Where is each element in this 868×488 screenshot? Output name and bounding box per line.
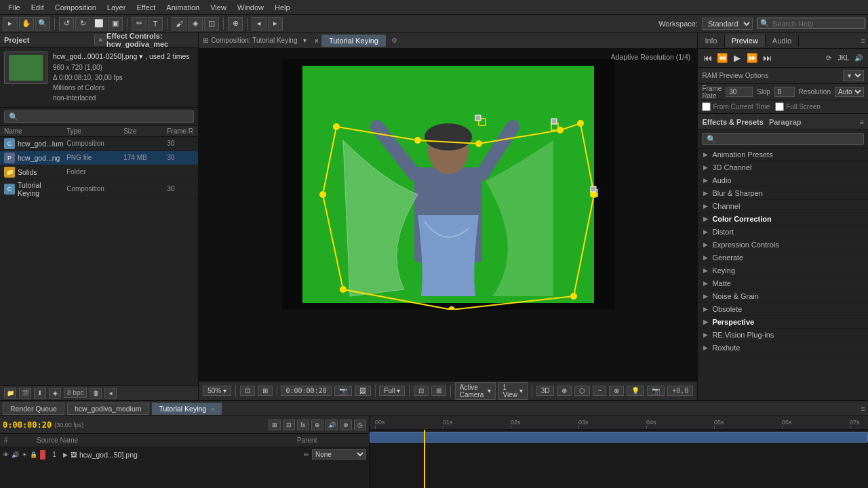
select-tool[interactable]: ▸	[3, 17, 18, 30]
layer-visibility[interactable]: 👁	[3, 451, 9, 458]
list-item[interactable]: 📁 Solids Folder	[0, 165, 198, 180]
pen-tool[interactable]: ✏	[132, 17, 146, 30]
view-mode-select[interactable]: 1 View ▾	[498, 382, 528, 400]
import-btn[interactable]: ⬇	[34, 388, 46, 399]
toggle-btn[interactable]: ⊡	[414, 386, 429, 396]
menu-layer[interactable]: Layer	[102, 2, 132, 13]
tl-tab-tutorial[interactable]: Tutorial Keying ×	[152, 403, 222, 415]
tl-btn-2[interactable]: ⊡	[283, 420, 295, 430]
list-item[interactable]: ▶ RE:Vision Plug-ins	[698, 329, 868, 342]
right-panel-menu[interactable]: ≡	[859, 37, 868, 45]
mask-btn[interactable]: ⬡	[574, 386, 590, 396]
stamp-tool[interactable]: ◈	[188, 17, 203, 30]
ram-preview-select[interactable]: ▾	[843, 70, 864, 81]
list-item[interactable]: C hcw_god...lum Composition 30	[0, 137, 198, 151]
list-item[interactable]: ▶ Roxhute	[698, 342, 868, 354]
full-screen-cb[interactable]	[775, 102, 784, 111]
preview-play-btn[interactable]: ▶	[730, 52, 744, 64]
nav-left[interactable]: ◂	[252, 17, 267, 30]
effects-menu-btn[interactable]: ≡	[860, 118, 864, 126]
tab-audio[interactable]: Audio	[766, 35, 799, 47]
tl-btn-7[interactable]: ◷	[354, 420, 366, 430]
tl-playhead[interactable]	[424, 430, 425, 488]
comp-tab-tutorial[interactable]: Tutorial Keying	[321, 35, 386, 47]
menu-edit[interactable]: Edit	[26, 2, 50, 13]
anchor-btn[interactable]: ⊗	[609, 386, 624, 396]
search-help-input[interactable]	[772, 20, 861, 28]
list-item[interactable]: ▶ Keying	[698, 264, 868, 277]
menu-window[interactable]: Window	[232, 2, 269, 13]
tl-btn-1[interactable]: ⊞	[269, 420, 281, 430]
camera-select[interactable]: Active Camera ▾	[455, 382, 496, 400]
tl-track-area[interactable]	[370, 430, 868, 488]
comp-close-btn[interactable]: ×	[315, 37, 319, 45]
list-item[interactable]: ▶ Noise & Grain	[698, 290, 868, 303]
timeline-menu-btn[interactable]: ≡	[861, 405, 865, 413]
box-btn[interactable]: ▣	[108, 17, 123, 30]
tl-btn-6[interactable]: ⊗	[340, 420, 352, 430]
resolution-select[interactable]: Auto	[835, 87, 864, 97]
show-snapshot-btn[interactable]: 🖼	[355, 386, 371, 396]
tab-preview[interactable]: Preview	[725, 35, 766, 47]
delete-btn[interactable]: 🗑	[90, 388, 102, 399]
list-item[interactable]: ▶ Generate	[698, 251, 868, 264]
resize-btn[interactable]: ⊞	[258, 386, 273, 396]
menu-help[interactable]: Help	[269, 2, 296, 13]
new-comp-btn[interactable]: 🎬	[19, 388, 31, 399]
layer-solo-toggle[interactable]: ☀	[22, 451, 27, 458]
menu-animation[interactable]: Animation	[161, 2, 205, 13]
list-item[interactable]: ▶ Obsolete	[698, 303, 868, 316]
tl-btn-4[interactable]: ⊕	[311, 420, 323, 430]
list-item[interactable]: ▶ Perspective	[698, 316, 868, 329]
3d-btn[interactable]: 3D	[536, 386, 555, 396]
list-item[interactable]: ▶ Blur & Sharpen	[698, 187, 868, 200]
list-item[interactable]: ▶ Expression Controls	[698, 239, 868, 251]
snapshot-btn[interactable]: 📷	[334, 386, 352, 396]
tl-clip[interactable]	[370, 432, 868, 443]
tl-tab-render[interactable]: Render Queue	[3, 403, 64, 415]
zoom-control[interactable]: 50% ▾	[203, 386, 231, 396]
motion-path-btn[interactable]: ~	[593, 386, 606, 396]
light-btn[interactable]: 💡	[627, 386, 644, 396]
list-item[interactable]: ▶ 3D Channel	[698, 161, 868, 174]
layer-expand-btn[interactable]: ▶	[63, 451, 68, 458]
tl-btn-3[interactable]: fx	[297, 420, 309, 430]
list-item[interactable]: ▶ Color Correction	[698, 213, 868, 226]
hand-tool[interactable]: ✋	[19, 17, 34, 30]
tab-info[interactable]: Info	[698, 35, 724, 47]
timecode-display[interactable]: 0:00:00:20	[281, 386, 331, 396]
preview-prev-btn[interactable]: ⏪	[715, 52, 729, 64]
zoom-tool[interactable]: 🔍	[35, 17, 50, 30]
table-row[interactable]: 👁 🔊 ☀ 🔒 1 ▶ 🖼 hcw_god...50].png ✏ None	[0, 447, 369, 462]
list-item[interactable]: P hcw_god...ng PNG file 174 MB 30	[0, 151, 198, 165]
interpret-btn[interactable]: ◈	[49, 388, 61, 399]
mute-btn[interactable]: 🔊	[852, 52, 865, 64]
list-item[interactable]: ▶ Audio	[698, 174, 868, 187]
menu-effect[interactable]: Effect	[131, 2, 161, 13]
preview-next-btn[interactable]: ⏩	[745, 52, 759, 64]
list-item[interactable]: C Tutorial Keying Composition 30	[0, 180, 198, 199]
puppet-tool[interactable]: ⊕	[228, 17, 243, 30]
layer-lock[interactable]: 🔒	[30, 451, 37, 458]
frame-rate-input[interactable]	[726, 87, 753, 97]
fit-btn[interactable]: ⊡	[240, 386, 255, 396]
tl-tab-close[interactable]: ×	[211, 406, 214, 413]
list-item[interactable]: ▶ Matte	[698, 277, 868, 290]
list-item[interactable]: ▶ Distort	[698, 226, 868, 239]
render-btn[interactable]: ⬜	[92, 17, 106, 30]
from-current-cb[interactable]	[702, 102, 711, 111]
layer-parent-select[interactable]: None	[312, 449, 366, 460]
tl-btn-5[interactable]: 🔊	[326, 420, 338, 430]
text-tool[interactable]: T	[148, 17, 163, 30]
eraser-tool[interactable]: ◫	[204, 17, 219, 30]
new-folder-btn[interactable]: 📁	[4, 388, 16, 399]
preview-first-btn[interactable]: ⏮	[701, 52, 714, 64]
menu-file[interactable]: File	[3, 2, 26, 13]
nav-prev-btn[interactable]: ◂	[104, 388, 117, 399]
tl-tab-godiva[interactable]: hcw_godiva_medium	[67, 403, 149, 415]
effects-search-input[interactable]	[702, 133, 864, 145]
skip-input[interactable]	[774, 87, 795, 97]
project-menu-btn[interactable]: ≡	[94, 35, 106, 45]
from-current-label[interactable]: From Current Time	[702, 102, 770, 111]
menu-composition[interactable]: Composition	[50, 2, 102, 13]
